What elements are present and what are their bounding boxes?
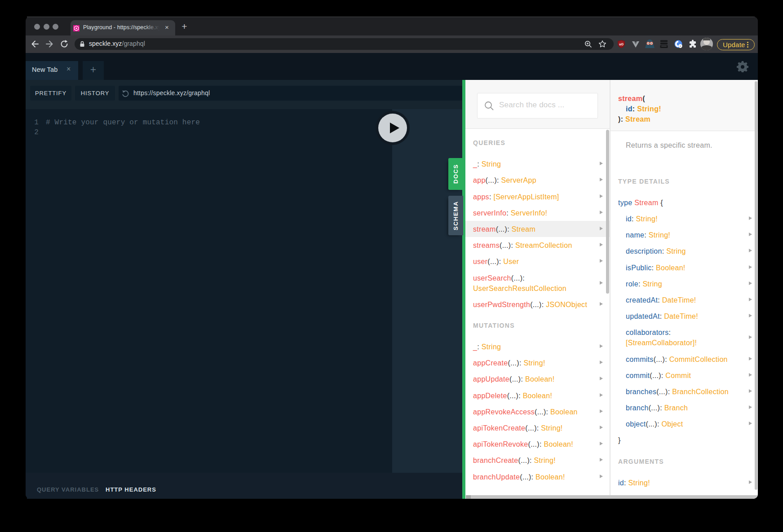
svg-text:uO: uO	[619, 43, 624, 46]
